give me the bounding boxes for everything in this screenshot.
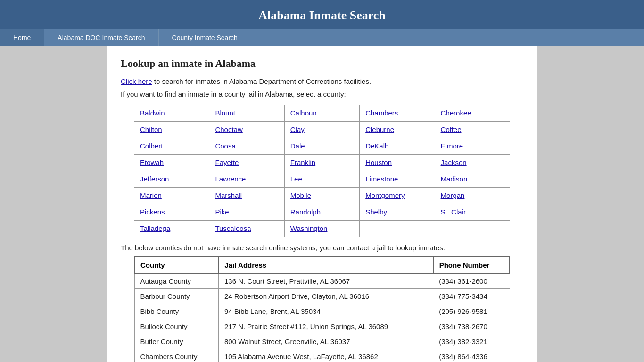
county-link[interactable]: Shelby: [365, 208, 387, 216]
county-cell: Marshall: [209, 188, 284, 204]
nav-county-search[interactable]: County Inmate Search: [159, 29, 251, 46]
page-title: Lookup an inmate in Alabama: [121, 58, 523, 70]
county-link[interactable]: Pike: [215, 208, 229, 216]
county-cell: Chambers: [360, 105, 435, 122]
county-link[interactable]: Calhoun: [290, 109, 317, 117]
county-link[interactable]: Choctaw: [215, 125, 242, 133]
navigation: Home Alabama DOC Inmate Search County In…: [0, 29, 644, 46]
county-cell: DeKalb: [360, 138, 435, 155]
jail-cell-phone: (205) 926-9581: [433, 304, 510, 319]
county-link[interactable]: DeKalb: [365, 142, 388, 150]
county-link[interactable]: Elmore: [441, 142, 463, 150]
county-row: PickensPikeRandolphShelbySt. Clair: [134, 204, 510, 221]
county-link[interactable]: Etowah: [140, 158, 164, 166]
county-link[interactable]: Talladega: [140, 224, 170, 232]
county-cell: Shelby: [360, 204, 435, 221]
jail-cell-county: Bullock County: [134, 319, 218, 334]
intro-paragraph: Click here to search for inmates in Alab…: [121, 77, 523, 85]
county-link[interactable]: Cherokee: [441, 109, 471, 117]
county-link[interactable]: Jefferson: [140, 175, 169, 183]
main-content: Lookup an inmate in Alabama Click here t…: [107, 46, 537, 362]
county-link[interactable]: Baldwin: [140, 109, 165, 117]
county-cell: Mobile: [284, 188, 359, 204]
jail-cell-address: 105 Alabama Avenue West, LaFayette, AL 3…: [218, 349, 433, 362]
county-link[interactable]: Franklin: [290, 158, 315, 166]
county-link[interactable]: Houston: [365, 158, 392, 166]
nav-doc-search[interactable]: Alabama DOC Inmate Search: [44, 29, 158, 46]
county-cell: Montgomery: [360, 188, 435, 204]
county-cell: Baldwin: [134, 105, 209, 122]
county-cell: Etowah: [134, 155, 209, 171]
jail-cell-county: Barbour County: [134, 289, 218, 304]
county-cell: Lee: [284, 171, 359, 188]
county-cell: Blount: [209, 105, 284, 122]
county-cell: Cleburne: [360, 122, 435, 138]
county-row: EtowahFayetteFranklinHoustonJackson: [134, 155, 510, 171]
site-header: Alabama Inmate Search: [0, 0, 644, 29]
county-link[interactable]: Marion: [140, 191, 162, 199]
jail-col-phone: Phone Number: [433, 257, 510, 273]
jail-cell-county: Chambers County: [134, 349, 218, 362]
nav-home[interactable]: Home: [0, 29, 44, 46]
county-cell: Dale: [284, 138, 359, 155]
county-link[interactable]: Randolph: [290, 208, 321, 216]
county-intro-text: If you want to find an inmate in a count…: [121, 90, 523, 98]
county-link[interactable]: Lawrence: [215, 175, 246, 183]
county-cell: Washington: [284, 221, 359, 237]
county-cell: Tuscaloosa: [209, 221, 284, 237]
county-link[interactable]: St. Clair: [441, 208, 466, 216]
county-cell: Morgan: [435, 188, 510, 204]
county-link[interactable]: Fayette: [215, 158, 239, 166]
county-link[interactable]: Marshall: [215, 191, 242, 199]
county-cell: Choctaw: [209, 122, 284, 138]
county-link[interactable]: Mobile: [290, 191, 311, 199]
county-cell: Chilton: [134, 122, 209, 138]
county-row: ChiltonChoctawClayCleburneCoffee: [134, 122, 510, 138]
county-cell: Elmore: [435, 138, 510, 155]
jail-cell-address: 217 N. Prairie Street #112, Union Spring…: [218, 319, 433, 334]
county-cell: Jefferson: [134, 171, 209, 188]
county-link[interactable]: Lee: [290, 175, 302, 183]
county-link[interactable]: Coosa: [215, 142, 235, 150]
county-link[interactable]: Dale: [290, 142, 305, 150]
county-link[interactable]: Chilton: [140, 125, 162, 133]
jail-cell-county: Butler County: [134, 334, 218, 349]
county-link[interactable]: Morgan: [441, 191, 465, 199]
county-cell: Fayette: [209, 155, 284, 171]
county-link[interactable]: Tuscaloosa: [215, 224, 251, 232]
jail-cell-address: 94 Bibb Lane, Brent, AL 35034: [218, 304, 433, 319]
county-cell: Pickens: [134, 204, 209, 221]
jail-row: Bibb County94 Bibb Lane, Brent, AL 35034…: [134, 304, 510, 319]
county-cell: Calhoun: [284, 105, 359, 122]
county-cell: Pike: [209, 204, 284, 221]
county-row: TalladegaTuscaloosaWashington: [134, 221, 510, 237]
county-link[interactable]: Colbert: [140, 142, 163, 150]
county-cell: Randolph: [284, 204, 359, 221]
county-link[interactable]: Montgomery: [365, 191, 405, 199]
county-cell: Limestone: [360, 171, 435, 188]
county-link[interactable]: Jackson: [441, 158, 467, 166]
county-cell: [360, 221, 435, 237]
county-row: BaldwinBlountCalhounChambersCherokee: [134, 105, 510, 122]
county-link[interactable]: Clay: [290, 125, 305, 133]
county-cell: Jackson: [435, 155, 510, 171]
doc-search-link[interactable]: Click here: [121, 77, 152, 85]
county-link[interactable]: Blount: [215, 109, 235, 117]
county-link[interactable]: Coffee: [441, 125, 462, 133]
jail-cell-address: 800 Walnut Street, Greenville, AL 36037: [218, 334, 433, 349]
intro-rest-text: to search for inmates in Alabama Departm…: [152, 77, 371, 85]
jail-row: Chambers County105 Alabama Avenue West, …: [134, 349, 510, 362]
county-link[interactable]: Limestone: [365, 175, 398, 183]
jail-cell-phone: (334) 864-4336: [433, 349, 510, 362]
county-link[interactable]: Cleburne: [365, 125, 394, 133]
site-title: Alabama Inmate Search: [0, 8, 644, 23]
county-link[interactable]: Washington: [290, 224, 328, 232]
county-cell: Coosa: [209, 138, 284, 155]
county-cell: Lawrence: [209, 171, 284, 188]
county-cell: St. Clair: [435, 204, 510, 221]
county-link[interactable]: Madison: [441, 175, 468, 183]
county-link[interactable]: Chambers: [365, 109, 398, 117]
jail-cell-address: 24 Robertson Airport Drive, Clayton, AL …: [218, 289, 433, 304]
jail-cell-phone: (334) 738-2670: [433, 319, 510, 334]
county-link[interactable]: Pickens: [140, 208, 165, 216]
